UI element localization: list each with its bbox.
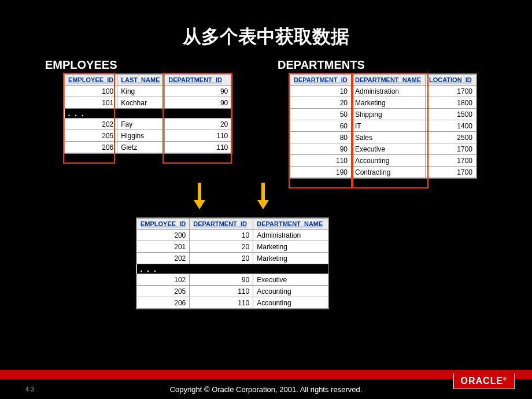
col-last-name: LAST_NAME	[117, 75, 165, 86]
table-row: 10290Executive	[137, 274, 328, 286]
departments-table: DEPARTMENT_ID DEPARTMENT_NAME LOCATION_I…	[289, 73, 477, 179]
ellipsis-row: . . .	[137, 264, 328, 274]
table-row: 100King90	[65, 86, 232, 97]
arrow-down-icon	[257, 183, 269, 209]
table-row: 80Sales2500	[290, 132, 476, 143]
table-row: 202Fay20	[65, 119, 232, 130]
table-row: 110Accounting1700	[290, 155, 476, 167]
table-row: 20120Marketing	[137, 241, 328, 253]
table-row: 101Kochhar90	[65, 97, 232, 109]
arrow-down-icon	[194, 183, 205, 209]
table-row: 60IT1400	[290, 120, 476, 132]
col-department-name: DEPARTMENT_NAME	[352, 75, 426, 86]
footer-red-bar	[0, 370, 532, 379]
col-department-id: DEPARTMENT_ID	[190, 219, 253, 230]
employees-table: EMPLOYEE_ID LAST_NAME DEPARTMENT_ID 100K…	[64, 73, 232, 154]
table-row: 20010Administration	[137, 230, 328, 241]
col-department-id: DEPARTMENT_ID	[165, 75, 232, 86]
table-row: 206110Accounting	[137, 297, 328, 309]
table-header-row: EMPLOYEE_ID LAST_NAME DEPARTMENT_ID	[65, 75, 232, 86]
table-row: 20220Marketing	[137, 253, 328, 264]
table-row: 10Administration1700	[290, 86, 476, 97]
copyright-text: Copyright © Oracle Corporation, 2001. Al…	[170, 385, 363, 394]
result-table: EMPLOYEE_ID DEPARTMENT_ID DEPARTMENT_NAM…	[136, 217, 329, 309]
table-row: 205110Accounting	[137, 286, 328, 297]
table-row: 90Executive1700	[290, 143, 476, 155]
page-number: 4-3	[25, 386, 34, 393]
slide-title: 从多个表中获取数据	[0, 0, 532, 58]
table-row: 20Marketing1800	[290, 97, 476, 109]
table-row: 190Contracting1700	[290, 167, 476, 178]
table-row: 205Higgins110	[65, 130, 232, 142]
col-location-id: LOCATION_ID	[426, 75, 476, 86]
slide-content: EMPLOYEES EMPLOYEE_ID LAST_NAME DEPARTME…	[0, 58, 532, 365]
table-row: 50Shipping1500	[290, 109, 476, 120]
table-header-row: EMPLOYEE_ID DEPARTMENT_ID DEPARTMENT_NAM…	[137, 219, 328, 230]
employees-label: EMPLOYEES	[45, 58, 117, 72]
col-department-name: DEPARTMENT_NAME	[253, 219, 328, 230]
table-row: 206Gietz110	[65, 142, 232, 153]
table-header-row: DEPARTMENT_ID DEPARTMENT_NAME LOCATION_I…	[290, 75, 476, 86]
col-employee-id: EMPLOYEE_ID	[137, 219, 190, 230]
col-department-id: DEPARTMENT_ID	[290, 75, 352, 86]
departments-label: DEPARTMENTS	[278, 58, 365, 72]
footer: 4-3 Copyright © Oracle Corporation, 2001…	[0, 370, 532, 399]
ellipsis-row: . . .	[65, 109, 232, 119]
col-employee-id: EMPLOYEE_ID	[65, 75, 117, 86]
oracle-logo: ORACLE®	[453, 374, 515, 389]
footer-black-bar: 4-3 Copyright © Oracle Corporation, 2001…	[0, 379, 532, 399]
